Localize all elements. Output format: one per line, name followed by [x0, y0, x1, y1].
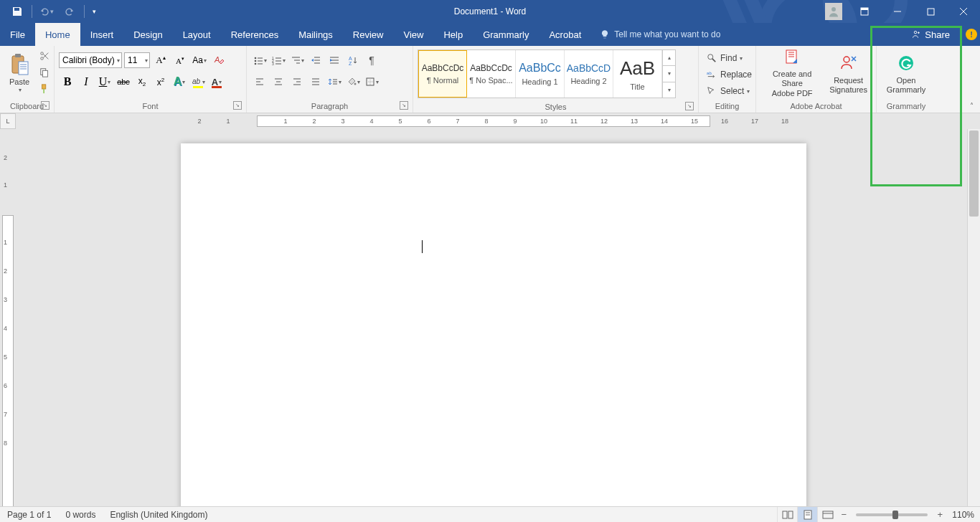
read-mode-button[interactable] — [777, 507, 797, 522]
style-preview: AaBbCcDc — [422, 63, 464, 73]
scrollbar-thumb[interactable] — [969, 130, 979, 217]
tab-grammarly[interactable]: Grammarly — [473, 23, 539, 46]
tab-home[interactable]: Home — [35, 23, 80, 46]
horizontal-ruler[interactable]: 21123456789101112131415161718 — [16, 113, 980, 129]
shading-button[interactable]: ▾ — [344, 73, 362, 90]
font-name-value: Calibri (Body) — [62, 55, 115, 65]
bold-button[interactable]: B — [59, 73, 76, 90]
align-center-button[interactable] — [270, 73, 287, 90]
underline-button[interactable]: U▾ — [96, 73, 113, 90]
minimize-button[interactable] — [881, 0, 914, 23]
redo-button[interactable] — [60, 1, 80, 22]
tell-me-box[interactable]: Tell me what you want to do — [591, 23, 729, 46]
paragraph-launcher-button[interactable] — [400, 101, 408, 110]
subscript-button[interactable]: x2 — [133, 73, 151, 90]
paste-button[interactable]: Paste ▾ — [4, 49, 34, 98]
style-item-4[interactable]: AaBTitle — [613, 50, 662, 98]
tab-selector[interactable]: L — [0, 113, 16, 129]
zoom-knob[interactable] — [892, 511, 898, 519]
font-launcher-button[interactable] — [233, 101, 242, 110]
show-marks-button[interactable]: ¶ — [363, 52, 380, 69]
tab-view[interactable]: View — [393, 23, 433, 46]
tab-help[interactable]: Help — [433, 23, 473, 46]
tab-references[interactable]: References — [221, 23, 288, 46]
justify-button[interactable] — [307, 73, 324, 90]
zoom-value[interactable]: 110% — [946, 510, 980, 520]
style-item-3[interactable]: AaBbCcDHeading 2 — [565, 50, 613, 98]
tab-mailings[interactable]: Mailings — [288, 23, 343, 46]
zoom-in-button[interactable]: + — [933, 509, 946, 520]
decrease-indent-button[interactable] — [307, 52, 324, 69]
borders-button[interactable]: ▾ — [363, 73, 380, 90]
notification-badge[interactable]: ! — [966, 29, 977, 40]
align-left-button[interactable] — [251, 73, 268, 90]
copy-button[interactable] — [36, 65, 53, 80]
maximize-button[interactable] — [914, 0, 947, 23]
zoom-out-button[interactable]: − — [837, 509, 850, 520]
font-color-button[interactable]: A▾ — [208, 73, 225, 90]
change-case-button[interactable]: Aa▾ — [191, 52, 208, 69]
styles-scroll-down[interactable]: ▾ — [663, 66, 675, 82]
zoom-slider[interactable] — [856, 513, 928, 516]
collapse-ribbon-button[interactable]: ˄ — [966, 100, 977, 111]
vertical-ruler[interactable]: 2112345678 — [0, 129, 16, 506]
format-painter-button[interactable] — [36, 81, 53, 96]
save-button[interactable] — [7, 1, 27, 22]
document-scroll[interactable] — [16, 129, 980, 506]
align-right-button[interactable] — [288, 73, 306, 90]
request-signatures-button[interactable]: Request Signatures — [825, 49, 872, 98]
tab-design[interactable]: Design — [123, 23, 172, 46]
tab-acrobat[interactable]: Acrobat — [539, 23, 591, 46]
shrink-font-button[interactable]: A▾ — [171, 52, 189, 69]
find-button[interactable]: Find▾ — [703, 50, 745, 66]
user-avatar[interactable] — [825, 3, 842, 20]
group-acrobat: Create and Share Adobe PDF Request Signa… — [756, 46, 877, 113]
styles-scroll-up[interactable]: ▴ — [663, 50, 675, 66]
numbering-button[interactable]: 123▾ — [270, 52, 287, 69]
styles-expand[interactable]: ▾ — [663, 82, 675, 98]
line-spacing-button[interactable]: ▾ — [326, 73, 343, 90]
italic-button[interactable]: I — [77, 73, 95, 90]
replace-button[interactable]: ab Replace — [703, 67, 755, 82]
clipboard-launcher-button[interactable] — [41, 101, 50, 110]
tab-review[interactable]: Review — [343, 23, 394, 46]
style-item-0[interactable]: AaBbCcDc¶ Normal — [418, 50, 467, 98]
style-item-1[interactable]: AaBbCcDc¶ No Spac... — [467, 50, 516, 98]
cut-button[interactable] — [36, 49, 53, 64]
share-button[interactable]: Share — [899, 23, 961, 46]
sort-button[interactable]: AZ — [344, 52, 362, 69]
document-page[interactable] — [181, 143, 806, 506]
grow-font-button[interactable]: A▴ — [152, 52, 169, 69]
select-button[interactable]: Select▾ — [703, 83, 753, 99]
superscript-button[interactable]: x2 — [152, 73, 169, 90]
increase-indent-button[interactable] — [326, 52, 343, 69]
ruler-num: 6 — [4, 382, 7, 389]
create-pdf-button[interactable]: Create and Share Adobe PDF — [760, 49, 824, 98]
vertical-scrollbar[interactable] — [967, 129, 980, 506]
font-size-combo[interactable]: 11▾ — [124, 52, 150, 68]
paragraph-group-label: Paragraph — [311, 102, 348, 110]
status-page[interactable]: Page 1 of 1 — [0, 507, 58, 522]
bullets-button[interactable]: ▾ — [251, 52, 268, 69]
strikethrough-button[interactable]: abc — [115, 73, 132, 90]
highlight-button[interactable]: ab▾ — [189, 73, 207, 90]
close-button[interactable] — [947, 0, 980, 23]
tab-file[interactable]: File — [0, 23, 35, 46]
web-layout-button[interactable] — [817, 507, 837, 522]
styles-launcher-button[interactable] — [685, 102, 694, 110]
style-item-2[interactable]: AaBbCcHeading 1 — [516, 50, 565, 98]
multilevel-list-button[interactable]: ▾ — [288, 52, 306, 69]
tab-insert[interactable]: Insert — [80, 23, 124, 46]
clear-formatting-button[interactable]: A — [210, 52, 227, 69]
alignright-icon — [292, 77, 302, 87]
print-layout-button[interactable] — [797, 507, 817, 522]
tab-layout[interactable]: Layout — [173, 23, 221, 46]
font-name-combo[interactable]: Calibri (Body)▾ — [59, 52, 122, 68]
qat-customize-button[interactable]: ▾ — [89, 1, 99, 22]
open-grammarly-button[interactable]: Open Grammarly — [881, 49, 931, 98]
text-effects-button[interactable]: A▾ — [171, 73, 188, 90]
status-words[interactable]: 0 words — [58, 507, 103, 522]
status-language[interactable]: English (United Kingdom) — [103, 507, 215, 522]
undo-button[interactable]: ▾ — [37, 1, 57, 22]
ribbon-display-options-button[interactable] — [848, 0, 881, 23]
